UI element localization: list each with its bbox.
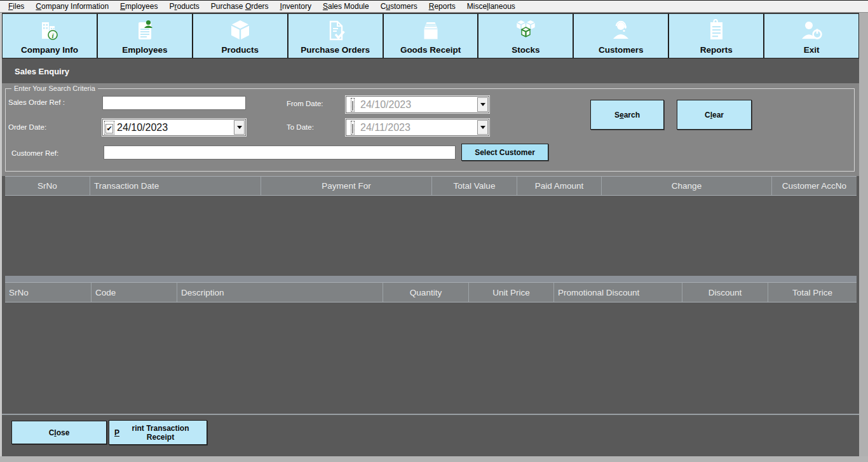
line-items-grid-header: SrNoCodeDescriptionQuantityUnit PricePro…	[5, 282, 857, 302]
column-header-discount[interactable]: Discount	[682, 283, 768, 302]
toolbar-button-reports[interactable]: Reports	[669, 14, 763, 58]
search-button[interactable]: Search	[590, 100, 664, 130]
goods-receipt-icon	[416, 17, 445, 45]
menu-item-reports[interactable]: Reports	[423, 1, 461, 12]
page-title: Sales Enquiry	[2, 67, 69, 76]
select-customer-button[interactable]: Select Customer	[461, 144, 548, 161]
toolbar-button-label: Customers	[599, 45, 644, 55]
column-header-promotional-discount[interactable]: Promotional Discount	[553, 283, 682, 302]
to-date-picker[interactable]: 24/11/2023	[346, 119, 489, 136]
column-header-description[interactable]: Description	[177, 283, 383, 302]
column-header-change[interactable]: Change	[601, 177, 771, 195]
toolbar-button-products[interactable]: Products	[193, 14, 287, 58]
menu-item-company-information[interactable]: Company Information	[30, 1, 114, 12]
sales-order-ref-label: Sales Order Ref :	[8, 99, 65, 106]
menu-bar: FilesCompany InformationEmployeesProduct…	[0, 1, 868, 13]
toolbar-button-label: Reports	[700, 45, 733, 55]
column-header-srno[interactable]: SrNo	[5, 283, 91, 302]
transactions-grid-body[interactable]	[5, 196, 857, 276]
from-date-checkbox[interactable]	[352, 101, 353, 111]
customers-icon	[606, 17, 635, 45]
toolbar-button-stocks[interactable]: Stocks	[478, 14, 573, 58]
purchase-orders-icon	[321, 17, 350, 45]
search-criteria-panel: Enter Your Search Criteria Sales Order R…	[2, 83, 859, 176]
menu-item-employees[interactable]: Employees	[114, 1, 163, 12]
transactions-grid-header: SrNoTransaction DatePayment ForTotal Val…	[5, 176, 857, 196]
toolbar-button-label: Company Info	[21, 45, 78, 55]
from-date-dropdown-button[interactable]	[477, 97, 488, 112]
close-button[interactable]: Close	[11, 421, 107, 444]
employees-icon	[130, 17, 159, 45]
menu-item-products[interactable]: Products	[163, 1, 205, 12]
toolbar-button-label: Goods Receipt	[400, 45, 461, 55]
toolbar-button-label: Stocks	[512, 45, 539, 55]
toolbar-button-customers[interactable]: Customers	[574, 14, 668, 58]
form-title-bar: Sales Enquiry	[2, 60, 859, 83]
toolbar-button-label: Purchase Orders	[301, 45, 370, 55]
toolbar-button-purchase-orders[interactable]: Purchase Orders	[288, 14, 383, 58]
menu-item-miscellaneous[interactable]: Miscellaneous	[461, 1, 521, 12]
main-toolbar: iCompany InfoEmployeesProductsPurchase O…	[2, 13, 859, 58]
grid-separator-strip	[5, 276, 857, 282]
bottom-button-bar: Close Print Transaction Receipt	[2, 415, 859, 456]
order-date-checkbox[interactable]: ✔	[105, 124, 112, 133]
order-date-label: Order Date:	[8, 123, 46, 131]
sales-order-ref-input[interactable]	[102, 96, 246, 110]
to-date-dropdown-button[interactable]	[477, 120, 488, 135]
menu-item-files[interactable]: Files	[3, 1, 30, 12]
toolbar-button-label: Employees	[122, 45, 167, 55]
order-date-picker[interactable]: ✔ 24/10/2023	[102, 119, 246, 136]
column-header-total-price[interactable]: Total Price	[768, 283, 857, 302]
menu-item-customers[interactable]: Customers	[375, 1, 423, 12]
from-date-label: From Date:	[287, 100, 323, 107]
toolbar-button-exit[interactable]: Exit	[764, 14, 858, 58]
groupbox-legend: Enter Your Search Criteria	[11, 85, 98, 92]
line-items-grid-body[interactable]	[5, 303, 857, 414]
from-date-picker[interactable]: 24/10/2023	[346, 96, 489, 113]
menu-item-inventory[interactable]: Inventory	[275, 1, 317, 12]
clear-button[interactable]: Clear	[677, 100, 752, 130]
toolbar-button-label: Products	[221, 45, 259, 55]
column-header-srno[interactable]: SrNo	[5, 177, 90, 195]
menu-item-purchase-orders[interactable]: Purchase Orders	[205, 1, 275, 12]
column-header-transaction-date[interactable]: Transaction Date	[90, 177, 261, 195]
toolbar-button-label: Exit	[804, 45, 820, 55]
company-info-icon: i	[35, 17, 64, 45]
to-date-label: To Date:	[287, 123, 314, 131]
toolbar-button-company-info[interactable]: iCompany Info	[3, 14, 97, 58]
customer-ref-input[interactable]	[104, 146, 456, 160]
column-header-payment-for[interactable]: Payment For	[261, 177, 431, 195]
to-date-checkbox[interactable]	[352, 124, 353, 133]
menu-item-sales-module[interactable]: Sales Module	[317, 1, 375, 12]
stocks-icon	[511, 17, 540, 45]
column-header-quantity[interactable]: Quantity	[383, 283, 468, 302]
reports-icon	[702, 17, 731, 45]
application-window: iCompany InfoEmployeesProductsPurchase O…	[0, 13, 859, 456]
toolbar-button-employees[interactable]: Employees	[98, 14, 192, 58]
column-header-unit-price[interactable]: Unit Price	[468, 283, 553, 302]
to-date-value: 24/11/2023	[359, 122, 477, 133]
order-date-dropdown-button[interactable]	[234, 120, 245, 135]
print-transaction-receipt-button[interactable]: Print Transaction Receipt	[109, 420, 207, 445]
from-date-value: 24/10/2023	[359, 99, 477, 111]
column-header-paid-amount[interactable]: Paid Amount	[517, 177, 601, 195]
column-header-customer-accno[interactable]: Customer AccNo	[771, 177, 857, 195]
exit-icon	[797, 17, 826, 45]
toolbar-button-goods-receipt[interactable]: Goods Receipt	[384, 14, 478, 58]
column-header-code[interactable]: Code	[91, 283, 177, 302]
customer-ref-label: Customer Ref:	[11, 149, 58, 157]
products-icon	[226, 17, 255, 45]
status-strip	[0, 456, 868, 462]
search-criteria-groupbox: Enter Your Search Criteria Sales Order R…	[5, 88, 855, 172]
column-header-total-value[interactable]: Total Value	[431, 177, 517, 195]
order-date-value: 24/10/2023	[116, 122, 233, 133]
